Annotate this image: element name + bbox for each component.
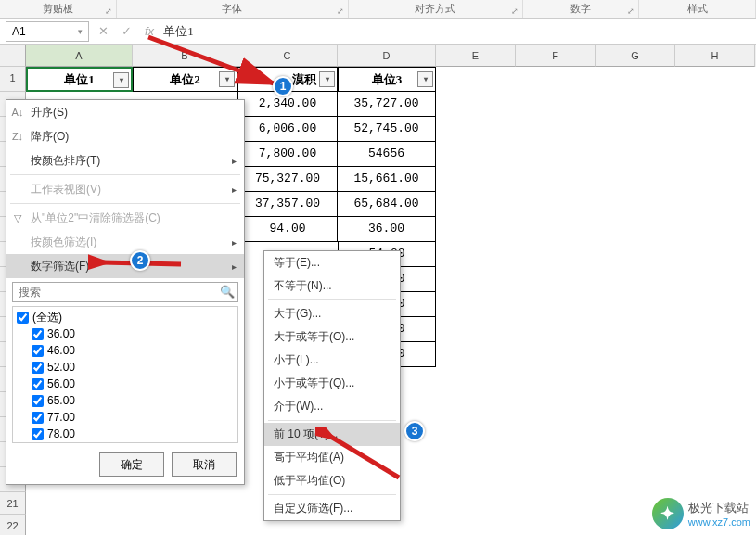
ribbon-group-align: 对齐方式⤢ (349, 0, 523, 18)
filter-button[interactable] (417, 71, 433, 87)
badge-3: 3 (404, 421, 425, 441)
filter-value-checkbox[interactable]: 46.00 (15, 342, 236, 359)
filter-by-color-item: 按颜色筛选(I)▸ (6, 230, 244, 254)
row-header[interactable]: 21 (0, 492, 26, 515)
clear-filter-item: ▽从"单位2"中清除筛选器(C) (6, 206, 244, 230)
fx-icon[interactable]: fx (145, 24, 154, 38)
formula-value[interactable]: 单位1 (163, 23, 194, 40)
sort-by-color-item[interactable]: 按颜色排序(T)▸ (6, 148, 244, 172)
filter-dropdown-menu: A↓升序(S) Z↓降序(O) 按颜色排序(T)▸ 工作表视图(V)▸ ▽从"单… (6, 99, 245, 485)
data-cell[interactable]: 2,340.00 (237, 92, 338, 117)
not-equal-item[interactable]: 不等于(N)... (264, 274, 400, 298)
header-label: 单位3 (372, 71, 403, 88)
ok-button[interactable]: 确定 (99, 452, 164, 477)
cancel-formula-icon[interactable]: ✕ (98, 24, 109, 38)
name-box-value: A1 (12, 25, 26, 38)
filter-search[interactable]: 🔍 (12, 282, 238, 302)
expand-icon[interactable]: ⤢ (336, 3, 345, 12)
badge-1: 1 (273, 76, 293, 96)
formula-bar: A1 ▾ ✕ ✓ fx 单位1 (0, 19, 756, 45)
ribbon-group-font: 字体⤢ (117, 0, 349, 18)
filter-value-checkbox[interactable]: 65.00 (15, 392, 236, 409)
less-equal-item[interactable]: 小于或等于(Q)... (264, 372, 400, 395)
watermark: ✦ 极光下载站 www.xz7.com (652, 498, 750, 529)
ribbon-group-style: 样式 (639, 0, 756, 18)
cancel-button[interactable]: 取消 (172, 452, 237, 477)
number-filter-item[interactable]: 数字筛选(F)▸ (6, 254, 244, 278)
expand-icon[interactable]: ⤢ (104, 3, 113, 12)
data-cell[interactable]: 15,661.00 (338, 167, 436, 192)
data-cell[interactable]: 94.00 (237, 217, 338, 242)
chevron-right-icon: ▸ (232, 156, 237, 166)
filter-value-checkbox[interactable]: 52.00 (15, 359, 236, 376)
filter-value-checkbox[interactable]: 77.00 (15, 409, 236, 426)
col-header-B[interactable]: B (133, 45, 237, 67)
clear-filter-icon: ▽ (10, 212, 25, 224)
ribbon-group-clipboard: 剪贴板⤢ (0, 0, 117, 18)
less-than-item[interactable]: 小于(L)... (264, 349, 400, 372)
top10-item[interactable]: 前 10 项(T)... (264, 423, 400, 446)
watermark-logo-icon: ✦ (652, 498, 684, 529)
above-avg-item[interactable]: 高于平均值(A) (264, 446, 400, 469)
row-header[interactable]: 1 (0, 67, 26, 92)
chevron-down-icon[interactable]: ▾ (78, 27, 83, 36)
sort-desc-icon: Z↓ (10, 131, 25, 142)
col-header-G[interactable]: G (596, 45, 675, 67)
sheet-view-item: 工作表视图(V)▸ (6, 177, 244, 201)
filter-value-checkbox[interactable]: 78.00 (15, 426, 236, 442)
cell-B1[interactable]: 单位2 (133, 67, 237, 92)
ribbon-group-number: 数字⤢ (523, 0, 640, 18)
greater-than-item[interactable]: 大于(G)... (264, 302, 400, 325)
select-all-corner[interactable] (0, 45, 26, 67)
sort-asc-item[interactable]: A↓升序(S) (6, 100, 244, 124)
search-icon: 🔍 (220, 285, 235, 299)
chevron-right-icon: ▸ (232, 261, 237, 272)
cell-D1[interactable]: 单位3 (338, 67, 436, 92)
select-all-checkbox[interactable]: (全选) (15, 309, 236, 325)
col-header-D[interactable]: D (338, 45, 436, 67)
data-cell[interactable]: 75,327.00 (237, 167, 338, 192)
filter-value-checkbox[interactable]: 36.00 (15, 325, 236, 342)
data-cell[interactable]: 36.00 (338, 217, 436, 242)
header-label: 单位1 (64, 71, 95, 88)
below-avg-item[interactable]: 低于平均值(O) (264, 469, 400, 492)
data-cell[interactable]: 54656 (338, 142, 436, 167)
filter-search-input[interactable] (12, 282, 238, 302)
equals-item[interactable]: 等于(E)... (264, 251, 400, 274)
filter-button[interactable] (319, 71, 335, 87)
formula-icons: ✕ ✓ fx (98, 24, 154, 38)
col-header-H[interactable]: H (675, 45, 755, 67)
sort-asc-icon: A↓ (10, 107, 25, 118)
ribbon-group-labels: 剪贴板⤢ 字体⤢ 对齐方式⤢ 数字⤢ 样式 (0, 0, 756, 19)
data-cell[interactable]: 52,745.00 (338, 117, 436, 142)
data-cell[interactable]: 7,800.00 (237, 142, 338, 167)
col-header-A[interactable]: A (26, 45, 133, 67)
data-cell[interactable]: 6,006.00 (237, 117, 338, 142)
row-header[interactable]: 22 (0, 515, 26, 535)
greater-equal-item[interactable]: 大于或等于(O)... (264, 325, 400, 349)
number-filter-submenu: 等于(E)... 不等于(N)... 大于(G)... 大于或等于(O)... … (263, 250, 401, 521)
cell-A1[interactable]: 单位1 (26, 67, 133, 92)
header-label: 单位2 (170, 71, 200, 88)
data-cell[interactable]: 37,357.00 (237, 192, 338, 217)
watermark-url: www.xz7.com (688, 516, 750, 528)
filter-button[interactable] (219, 71, 235, 87)
expand-icon[interactable]: ⤢ (626, 3, 635, 12)
expand-icon[interactable]: ⤢ (510, 3, 519, 12)
badge-2: 2 (130, 250, 150, 271)
filter-value-checkbox[interactable]: 56.00 (15, 376, 236, 392)
col-header-F[interactable]: F (516, 45, 596, 67)
data-cell[interactable]: 35,727.00 (338, 92, 436, 117)
sort-desc-item[interactable]: Z↓降序(O) (6, 124, 244, 148)
name-box[interactable]: A1 ▾ (6, 21, 89, 42)
between-item[interactable]: 介于(W)... (264, 395, 400, 418)
accept-formula-icon[interactable]: ✓ (122, 24, 132, 38)
custom-filter-item[interactable]: 自定义筛选(F)... (264, 497, 400, 520)
col-header-E[interactable]: E (436, 45, 516, 67)
data-cell[interactable]: 65,684.00 (338, 192, 436, 217)
filter-value-list[interactable]: (全选) 36.0046.0052.0056.0065.0077.0078.00 (12, 306, 238, 443)
col-header-C[interactable]: C (237, 45, 338, 67)
filter-button[interactable] (113, 72, 129, 88)
watermark-name: 极光下载站 (688, 500, 750, 516)
